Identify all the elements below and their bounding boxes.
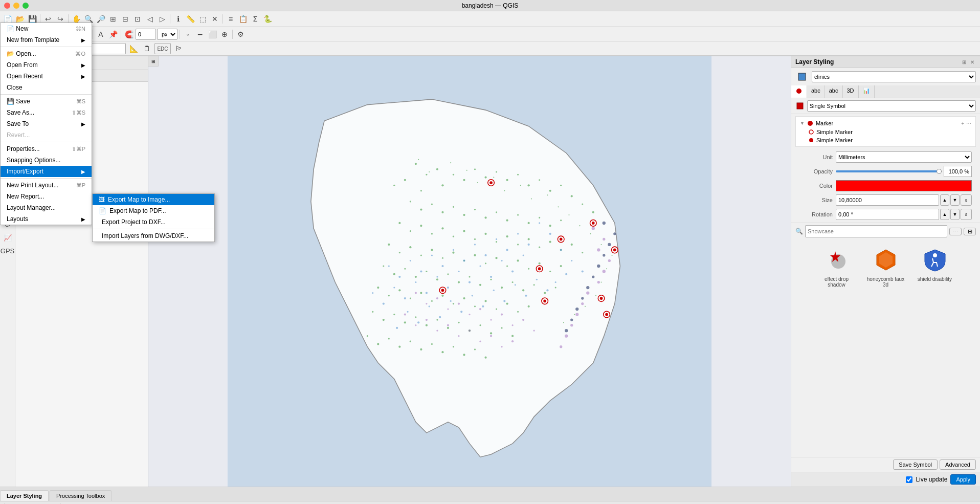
nav-btn-1[interactable]: 📐 xyxy=(128,43,139,54)
symbol-tree-simple-marker-2[interactable]: Simple Marker xyxy=(800,136,971,144)
tb-advanced-snap[interactable]: ⚙ xyxy=(235,29,246,40)
style-tab-symbol[interactable] xyxy=(791,85,807,98)
tb-zoom-layer[interactable]: ⊟ xyxy=(120,13,131,25)
size-input[interactable] xyxy=(836,194,939,206)
tb-zoom-next[interactable]: ▷ xyxy=(157,13,168,25)
svg-point-198 xyxy=(439,316,441,318)
live-update-checkbox[interactable] xyxy=(906,476,912,483)
svg-point-150 xyxy=(574,314,575,315)
tb-snap-enable[interactable]: 🧲 xyxy=(123,29,135,40)
size-inc-btn[interactable]: ▲ xyxy=(940,194,949,206)
close-button[interactable] xyxy=(4,3,10,9)
tb-zoom-prev[interactable]: ◁ xyxy=(144,13,155,25)
tb-measure[interactable]: 📏 xyxy=(185,13,196,25)
tb-python[interactable]: 🐍 xyxy=(262,13,273,25)
svg-point-229 xyxy=(608,259,611,262)
minimize-button[interactable] xyxy=(13,3,19,9)
svg-point-184 xyxy=(383,302,385,304)
snap-unit-select[interactable]: px xyxy=(157,29,177,40)
svg-point-197 xyxy=(450,300,452,302)
style-tab-diagram[interactable]: 📊 xyxy=(859,85,875,98)
rotation-dec-btn[interactable]: ▼ xyxy=(950,209,960,220)
sep4 xyxy=(222,14,223,24)
apply-btn[interactable]: Apply xyxy=(950,474,976,485)
svg-point-250 xyxy=(490,182,492,184)
tab-processing-toolbox[interactable]: Processing Toolbox xyxy=(50,490,112,501)
style-tab-label[interactable]: abc xyxy=(807,85,825,98)
showcase-search-input[interactable] xyxy=(805,225,947,237)
unit-select[interactable]: Millimeters xyxy=(836,151,972,163)
opacity-value-input[interactable] xyxy=(944,166,972,177)
tb-zoom-sel[interactable]: ⊡ xyxy=(132,13,143,25)
tool-gps[interactable]: GPS xyxy=(2,245,14,257)
panel-close-btn[interactable]: ✕ xyxy=(969,59,976,65)
svg-point-34 xyxy=(539,217,540,218)
svg-point-60 xyxy=(442,257,443,259)
advanced-btn[interactable]: Advanced xyxy=(940,459,976,470)
svg-point-84 xyxy=(512,281,514,283)
map-area[interactable]: ⊞ xyxy=(148,56,791,487)
maximize-button[interactable] xyxy=(23,3,29,9)
styled-layer-select[interactable]: clinics xyxy=(812,71,976,82)
svg-point-188 xyxy=(546,289,548,291)
submenu-export-dxf[interactable]: Export Project to DXF... xyxy=(148,216,214,228)
layer-style-icon[interactable] xyxy=(795,70,809,83)
panel-float-btn[interactable]: ⊞ xyxy=(961,59,968,65)
unit-label: Unit xyxy=(799,154,833,160)
rotation-expr-btn[interactable]: ε xyxy=(961,209,972,220)
tab-layer-styling[interactable]: Layer Styling xyxy=(0,490,49,501)
save-symbol-btn[interactable]: Save Symbol xyxy=(893,459,938,470)
nav-flag[interactable]: 🏳 xyxy=(173,43,184,54)
tb-zoom-full[interactable]: ⊞ xyxy=(107,13,119,25)
tb-attr[interactable]: 📋 xyxy=(237,13,249,25)
rotation-inc-btn[interactable]: ▲ xyxy=(940,209,949,220)
single-symbol-icon xyxy=(795,101,805,111)
symbol-tree-simple-marker-1[interactable]: Simple Marker xyxy=(800,128,971,136)
tb-snap-centroid[interactable]: ⊕ xyxy=(219,29,230,40)
showcase-item-drop-shadow[interactable]: effect drop shadow xyxy=(816,246,857,451)
rotation-input[interactable] xyxy=(836,209,939,220)
style-tab-mask[interactable]: abc xyxy=(825,85,843,98)
svg-point-195 xyxy=(472,295,473,296)
symbol-tree-marker[interactable]: ▼ Marker + ⋯ xyxy=(800,119,971,128)
submenu-export-pdf[interactable]: 📄 Export Map to PDF... xyxy=(148,205,214,216)
tb-snap-area[interactable]: ⬜ xyxy=(207,29,218,40)
submenu-import-dwg[interactable]: Import Layers from DWG/DXF... xyxy=(148,230,214,242)
opacity-slider[interactable] xyxy=(836,170,942,172)
symbol-tree-options-btn[interactable]: ⋯ xyxy=(966,121,971,126)
showcase-layout-btn[interactable]: ⊞ xyxy=(964,228,976,235)
map-resize-handle[interactable]: ⊞ xyxy=(148,56,159,67)
tb-label[interactable]: A xyxy=(95,29,106,40)
svg-point-8 xyxy=(453,174,454,176)
symbol-tree-add-btn[interactable]: + xyxy=(961,121,964,126)
tb-identify[interactable]: ℹ xyxy=(172,13,184,25)
svg-point-246 xyxy=(575,308,578,311)
showcase-item-honeycomb[interactable]: honeycomb faux 3d xyxy=(865,246,906,451)
svg-point-227 xyxy=(603,238,605,240)
submenu-export-image[interactable]: 🖼 Export Map to Image... xyxy=(148,194,214,205)
tool-elevation[interactable]: 📈 xyxy=(2,231,14,244)
tb-snap-seg[interactable]: ━ xyxy=(194,29,206,40)
tb-snap-vertex[interactable]: ◦ xyxy=(182,29,193,40)
style-tab-3d[interactable]: 3D xyxy=(843,85,859,98)
tb-deselect[interactable]: ✕ xyxy=(209,13,220,25)
tb-select[interactable]: ⬚ xyxy=(197,13,208,25)
svg-point-42 xyxy=(453,236,454,237)
tb-layer[interactable]: ≡ xyxy=(225,13,236,25)
nav-btn-2[interactable]: 🗒 xyxy=(141,43,152,54)
svg-point-97 xyxy=(463,297,465,299)
size-expr-btn[interactable]: ε xyxy=(961,194,972,206)
color-swatch[interactable] xyxy=(836,180,972,191)
tb-stats[interactable]: Σ xyxy=(250,13,261,25)
symbol-type-select[interactable]: Single Symbol xyxy=(807,100,976,112)
nav-edc[interactable]: EDC xyxy=(154,43,171,54)
showcase-options-btn[interactable]: ⋯ xyxy=(949,228,962,235)
svg-point-114 xyxy=(479,324,481,326)
size-dec-btn[interactable]: ▼ xyxy=(950,194,960,206)
svg-point-218 xyxy=(436,330,438,332)
snap-tolerance-input[interactable] xyxy=(136,29,156,40)
tb-pin[interactable]: 📌 xyxy=(107,29,119,40)
tb-zoom-out[interactable]: 🔎 xyxy=(95,13,106,25)
import-export-submenu[interactable]: 🖼 Export Map to Image... 📄 Export Map to… xyxy=(148,193,215,242)
showcase-item-shield[interactable]: shield disability xyxy=(915,246,955,451)
